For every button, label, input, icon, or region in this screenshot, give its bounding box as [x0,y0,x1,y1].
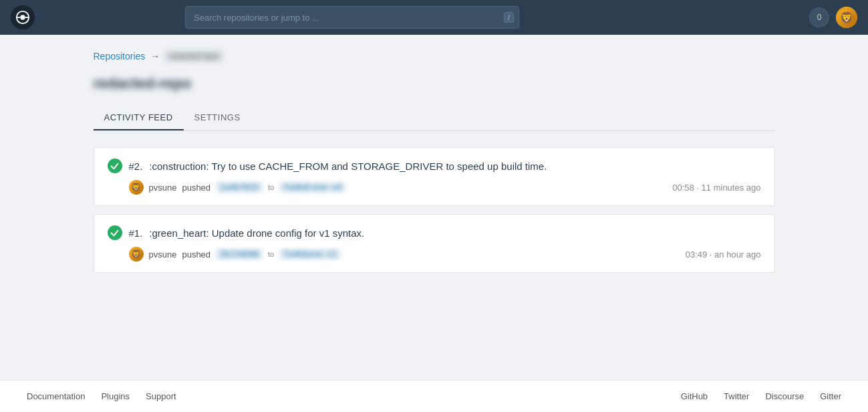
activity-item-2-description: :construction: Try to use CACHE_FROM and… [149,161,547,172]
search-container: / [185,6,519,29]
activity-item-2-title: #2. :construction: Try to use CACHE_FROM… [108,159,761,173]
activity-item-1-action: pushed [182,249,210,260]
activity-item-1-meta: 🦁 pvsune pushed 2b134b08 to fa4kbone-v1 … [108,247,761,262]
activity-item-1-number[interactable]: #1. [129,227,143,239]
logo-button[interactable] [11,5,35,29]
status-success-icon-2 [108,225,122,240]
activity-item-2: #2. :construction: Try to use CACHE_FROM… [94,147,775,206]
activity-item-2-avatar: 🦁 [129,180,144,195]
activity-item-2-meta: 🦁 pvsune pushed 1a4b7015 to fa4kdrone-v4… [108,180,761,195]
footer-gitter-link[interactable]: Gitter [820,391,841,401]
activity-item-1-user: pvsune [149,249,177,260]
svg-point-1 [20,15,25,19]
main-content: Repositories → redacted repo redacted-re… [67,35,802,380]
activity-item-1-arrow: to [268,250,274,258]
activity-item-1: #1. :green_heart: Update drone config fo… [94,214,775,273]
activity-item-1-description: :green_heart: Update drone config for v1… [149,227,364,239]
breadcrumb-current-repo: redacted repo [165,51,223,62]
footer-plugins-link[interactable]: Plugins [101,391,130,401]
search-input[interactable] [185,6,519,29]
notification-button[interactable]: 0 [809,7,829,27]
activity-item-2-action: pushed [182,183,210,193]
search-slash-hint: / [504,12,514,23]
header-right: 0 🦁 [809,7,857,28]
breadcrumb: Repositories → redacted repo [94,51,775,62]
footer: Documentation Plugins Support GitHub Twi… [0,380,868,412]
header: / 0 🦁 [0,0,868,35]
breadcrumb-arrow: → [150,51,160,62]
activity-item-1-commit-from: 2b134b08 [216,249,263,260]
activity-item-2-text[interactable]: #2. [129,161,143,172]
avatar-image: 🦁 [836,7,857,28]
activity-item-2-user: pvsune [149,183,177,193]
activity-item-2-arrow: to [268,183,274,191]
activity-item-1-branch: fa4kbone-v1 [279,249,340,260]
tab-bar: ACTIVITY FEED SETTINGS [94,106,775,131]
footer-documentation-link[interactable]: Documentation [27,391,85,401]
footer-support-link[interactable]: Support [146,391,176,401]
footer-right-links: GitHub Twitter Discourse Gitter [681,391,841,401]
activity-item-2-commit-from: 1a4b7015 [216,182,263,193]
user-avatar-button[interactable]: 🦁 [836,7,857,28]
footer-github-link[interactable]: GitHub [681,391,708,401]
footer-left-links: Documentation Plugins Support [27,391,176,401]
activity-item-1-avatar: 🦁 [129,247,144,262]
activity-item-2-branch: fa4kdrone-v4 [279,182,345,193]
status-success-icon [108,159,122,173]
footer-twitter-link[interactable]: Twitter [724,391,749,401]
breadcrumb-repositories-link[interactable]: Repositories [94,51,146,62]
tab-settings[interactable]: SETTINGS [184,106,251,130]
repo-title: redacted-repo [94,75,192,92]
activity-item-1-time: 03:49 · an hour ago [686,249,761,260]
activity-feed: #2. :construction: Try to use CACHE_FROM… [94,147,775,273]
footer-discourse-link[interactable]: Discourse [765,391,804,401]
activity-item-1-title: #1. :green_heart: Update drone config fo… [108,225,761,240]
tab-activity-feed[interactable]: ACTIVITY FEED [94,106,184,130]
activity-item-2-time: 00:58 · 11 minutes ago [672,183,760,193]
